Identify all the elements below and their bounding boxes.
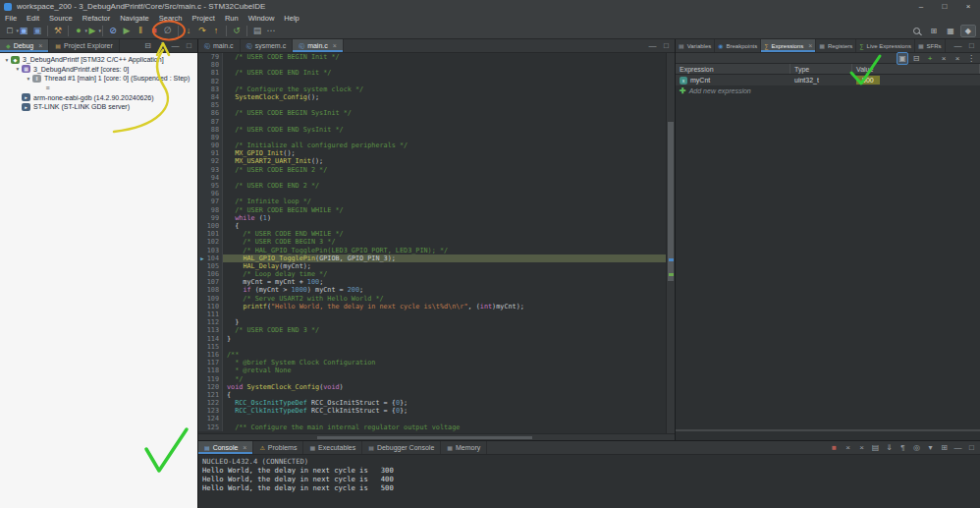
code-line[interactable]: 96 xyxy=(198,190,675,198)
code-line[interactable]: 101 /* USER CODE END WHILE */ xyxy=(198,230,675,238)
code-line[interactable]: 89 xyxy=(198,134,675,141)
code-line[interactable]: 85 xyxy=(198,101,675,109)
code-line[interactable]: 119 */ xyxy=(198,375,675,383)
editor-tab-main-c[interactable]: ⓒmain.c× xyxy=(293,39,344,52)
code-line[interactable]: 94 xyxy=(198,174,675,182)
menu-item-project[interactable]: Project xyxy=(188,14,220,23)
close-icon[interactable]: × xyxy=(333,42,337,49)
minimize-view-icon[interactable]: — xyxy=(647,39,658,52)
remove-all-launches-icon[interactable]: × xyxy=(856,441,867,454)
code-line[interactable]: 121{ xyxy=(198,391,675,399)
terminate-icon[interactable]: ■ xyxy=(147,23,161,38)
expressions-view-tab-expressions[interactable]: ∑Expressions× xyxy=(761,39,816,52)
run-icon[interactable]: ▶▾ xyxy=(85,23,99,38)
console-view-tab-console[interactable]: ▤Console× xyxy=(198,441,253,454)
code-line[interactable]: ▶104 HAL_GPIO_TogglePin(GPIOB, GPIO_PIN_… xyxy=(198,254,675,262)
code-line[interactable]: 82 xyxy=(198,78,675,85)
view-menu-icon[interactable]: ⋮ xyxy=(156,39,167,52)
debug-view-tab-project-explorer[interactable]: ▤Project Explorer xyxy=(49,39,119,52)
code-editor[interactable]: 79 /* USER CODE BEGIN Init */8081 /* USE… xyxy=(198,53,675,433)
close-icon[interactable]: × xyxy=(38,42,42,49)
remove-expression-icon[interactable]: × xyxy=(938,53,950,64)
code-line[interactable]: 125 /** Configure the main internal regu… xyxy=(198,423,675,431)
code-line[interactable]: 116/** xyxy=(198,351,675,359)
step-return-icon[interactable]: ↑ xyxy=(209,23,223,38)
maximize-view-icon[interactable]: □ xyxy=(966,441,977,454)
word-wrap-icon[interactable]: ¶ xyxy=(898,441,908,454)
console-view-tab-problems[interactable]: ⚠Problems xyxy=(253,441,303,454)
expressions-view-tab-variables[interactable]: ▤Variables xyxy=(676,39,715,52)
editor-tab-main-c[interactable]: ⓒmain.c xyxy=(198,39,241,52)
code-line[interactable]: 106 /* Loop delay time */ xyxy=(198,270,675,278)
tree-item[interactable]: ▾▦3_DebugAndPrintf.elf [cores: 0] xyxy=(0,65,197,75)
code-line[interactable]: 87 xyxy=(198,118,675,126)
code-line[interactable]: 108 if (myCnt > 1000) myCnt = 200; xyxy=(198,286,675,294)
debug-view-tab-debug[interactable]: ◆Debug× xyxy=(0,39,49,52)
menu-item-navigate[interactable]: Navigate xyxy=(115,14,154,23)
suspend-icon[interactable]: ‖ xyxy=(134,23,147,38)
scroll-lock-icon[interactable]: ⇓ xyxy=(884,441,895,454)
code-line[interactable]: 98 /* USER CODE BEGIN WHILE */ xyxy=(198,206,675,214)
code-line[interactable]: 103 /* HAL_GPIO_TogglePin(LED3_GPIO_PORT… xyxy=(198,247,675,254)
minimize-view-icon[interactable]: — xyxy=(170,39,181,52)
build-icon[interactable]: ⚒ xyxy=(51,23,65,38)
expander-icon[interactable]: ▾ xyxy=(25,76,32,82)
column-header-expression[interactable]: Expression xyxy=(676,64,790,74)
code-line[interactable]: 97 /* Infinite loop */ xyxy=(198,198,675,205)
code-line[interactable]: 118 * @retval None xyxy=(198,367,675,374)
code-line[interactable]: 111 xyxy=(198,310,675,318)
column-header-value[interactable]: Value xyxy=(852,64,980,74)
code-line[interactable]: 115 xyxy=(198,343,675,351)
menu-item-file[interactable]: File xyxy=(0,14,22,23)
open-console-icon[interactable]: ⊞ xyxy=(939,441,950,454)
expressions-view-tab-registers[interactable]: ▦Registers xyxy=(816,39,856,52)
remove-launch-icon[interactable]: × xyxy=(843,441,853,454)
menu-item-edit[interactable]: Edit xyxy=(22,14,44,23)
editor-vertical-scrollbar[interactable] xyxy=(666,53,675,433)
code-line[interactable]: 113 /* USER CODE END 3 */ xyxy=(198,326,675,334)
expander-icon[interactable]: ▾ xyxy=(3,57,11,63)
menu-item-run[interactable]: Run xyxy=(220,14,244,23)
collapse-all-icon[interactable]: ⊟ xyxy=(142,39,153,52)
code-line[interactable]: 110 printf("Hello World, the delay in ne… xyxy=(198,303,675,310)
tree-item[interactable]: ▸arm-none-eabi-gdb (14.2.90.20240626) xyxy=(0,92,197,102)
tree-item[interactable]: ▾◆3_DebugAndPrintf [STM32 C/C++ Applicat… xyxy=(0,55,197,65)
code-line[interactable]: 81 /* USER CODE END Init */ xyxy=(198,69,675,77)
code-line[interactable]: 117 * @brief System Clock Configuration xyxy=(198,359,675,367)
expander-icon[interactable]: ▾ xyxy=(14,66,22,72)
save-all-icon[interactable]: ▣ xyxy=(30,23,44,38)
code-line[interactable]: 105 HAL_Delay(myCnt); xyxy=(198,262,675,270)
display-selected-console-icon[interactable]: ▾ xyxy=(925,441,936,454)
disconnect-icon[interactable]: ∅ xyxy=(161,23,175,38)
expressions-view-tab-live-expressions[interactable]: ∑Live Expressions xyxy=(856,39,915,52)
console-view-tab-memory[interactable]: ▦Memory xyxy=(441,441,487,454)
remove-all-expressions-icon[interactable]: × xyxy=(952,53,963,64)
code-line[interactable]: 99 while (1) xyxy=(198,214,675,222)
code-line[interactable]: 86 /* USER CODE BEGIN SysInit */ xyxy=(198,109,675,117)
search-icon[interactable] xyxy=(913,28,920,34)
console-view-tab-executables[interactable]: ▦Executables xyxy=(303,441,362,454)
code-line[interactable]: 88 /* USER CODE END SysInit */ xyxy=(198,126,675,134)
code-line[interactable]: 123 RCC_ClkInitTypeDef RCC_ClkInitStruct… xyxy=(198,407,675,415)
view-menu-icon[interactable]: ⋮ xyxy=(965,53,977,64)
code-line[interactable]: 83 /* Configure the system clock */ xyxy=(198,85,675,93)
code-line[interactable]: 80 xyxy=(198,61,675,69)
close-icon[interactable]: × xyxy=(243,444,246,451)
code-line[interactable]: 84 SystemClock_Config(); xyxy=(198,93,675,101)
clear-console-icon[interactable]: ▤ xyxy=(870,441,881,454)
terminate-console-icon[interactable]: ■ xyxy=(829,441,840,454)
skip-all-breakpoints-icon[interactable]: ⊘ xyxy=(106,23,120,38)
minimize-view-icon[interactable]: — xyxy=(953,441,963,454)
add-expression-icon[interactable]: + xyxy=(924,53,936,64)
code-line[interactable]: 114} xyxy=(198,335,675,343)
add-expression-row[interactable]: ✚Add new expression xyxy=(676,85,980,96)
code-line[interactable]: 107 myCnt = myCnt + 100; xyxy=(198,278,675,286)
step-into-icon[interactable]: ↓ xyxy=(182,23,195,38)
menu-item-search[interactable]: Search xyxy=(154,14,188,23)
code-line[interactable]: 102 /* USER CODE BEGIN 3 */ xyxy=(198,238,675,246)
scrollbar-thumb[interactable] xyxy=(668,122,674,282)
console-output[interactable]: NUCLEO-L432.4 (CONNECTED)Hello World, th… xyxy=(198,455,980,508)
minimize-view-icon[interactable]: — xyxy=(953,39,963,52)
tree-item[interactable]: ≡ xyxy=(0,84,197,93)
maximize-window-button[interactable]: □ xyxy=(933,0,956,13)
